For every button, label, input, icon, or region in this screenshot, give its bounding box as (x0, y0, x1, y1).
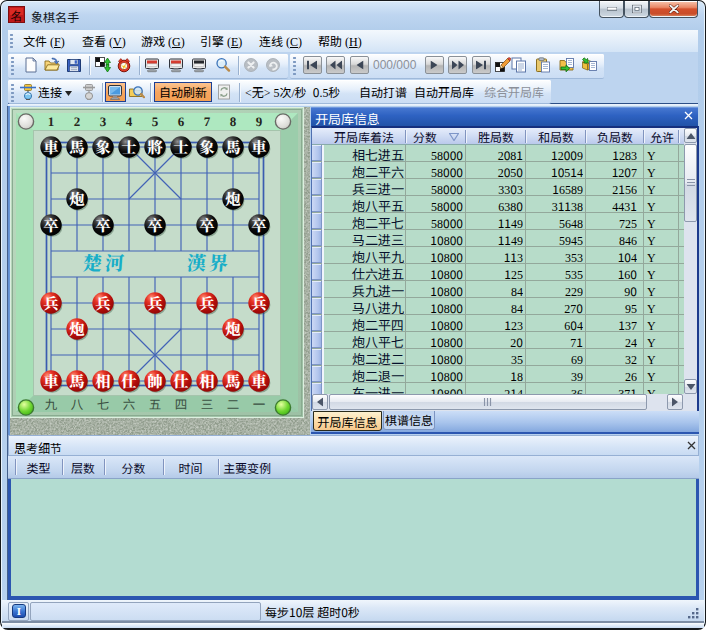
svg-text:7: 7 (204, 114, 211, 129)
svg-text:馬: 馬 (69, 370, 84, 392)
svg-text:卒: 卒 (95, 214, 111, 236)
svg-text:九: 九 (45, 394, 58, 413)
svg-text:6: 6 (178, 114, 185, 129)
svg-text:4: 4 (126, 114, 133, 129)
svg-text:車: 車 (43, 136, 58, 158)
svg-text:5: 5 (152, 114, 159, 129)
svg-text:兵: 兵 (43, 292, 58, 314)
svg-text:9: 9 (256, 114, 263, 129)
svg-text:馬: 馬 (69, 136, 84, 158)
svg-text:2: 2 (74, 114, 81, 129)
svg-text:六: 六 (123, 394, 136, 413)
svg-text:象: 象 (199, 136, 214, 158)
svg-text:車: 車 (251, 370, 266, 392)
svg-text:八: 八 (71, 394, 84, 413)
svg-text:車: 車 (43, 370, 58, 392)
svg-text:相: 相 (95, 370, 110, 392)
svg-text:二: 二 (227, 394, 240, 413)
svg-text:漢界: 漢界 (186, 249, 232, 276)
svg-text:五: 五 (149, 394, 162, 413)
svg-text:炮: 炮 (69, 318, 85, 340)
svg-text:四: 四 (175, 394, 188, 413)
svg-text:卒: 卒 (43, 214, 59, 236)
svg-text:炮: 炮 (225, 188, 241, 210)
svg-text:楚河: 楚河 (82, 249, 128, 276)
svg-text:相: 相 (199, 370, 214, 392)
svg-text:仕: 仕 (121, 370, 137, 392)
svg-text:將: 將 (147, 136, 163, 158)
svg-text:兵: 兵 (199, 292, 214, 314)
svg-text:名: 名 (11, 7, 23, 24)
svg-text:三: 三 (201, 394, 214, 413)
svg-text:象: 象 (95, 136, 110, 158)
svg-text:1: 1 (48, 114, 55, 129)
svg-text:車: 車 (251, 136, 266, 158)
svg-text:卒: 卒 (147, 214, 163, 236)
svg-text:3: 3 (100, 114, 107, 129)
svg-text:仕: 仕 (173, 370, 189, 392)
svg-text:馬: 馬 (225, 136, 240, 158)
svg-text:炮: 炮 (69, 188, 85, 210)
svg-text:一: 一 (253, 394, 266, 413)
svg-text:士: 士 (173, 136, 188, 158)
svg-text:兵: 兵 (147, 292, 162, 314)
svg-text:兵: 兵 (251, 292, 266, 314)
svg-text:馬: 馬 (225, 370, 240, 392)
svg-text:士: 士 (121, 136, 136, 158)
svg-text:七: 七 (97, 394, 110, 413)
svg-text:卒: 卒 (251, 214, 267, 236)
svg-text:兵: 兵 (95, 292, 110, 314)
svg-text:帥: 帥 (147, 370, 162, 392)
svg-text:卒: 卒 (199, 214, 215, 236)
svg-text:8: 8 (230, 114, 237, 129)
svg-text:炮: 炮 (225, 318, 241, 340)
